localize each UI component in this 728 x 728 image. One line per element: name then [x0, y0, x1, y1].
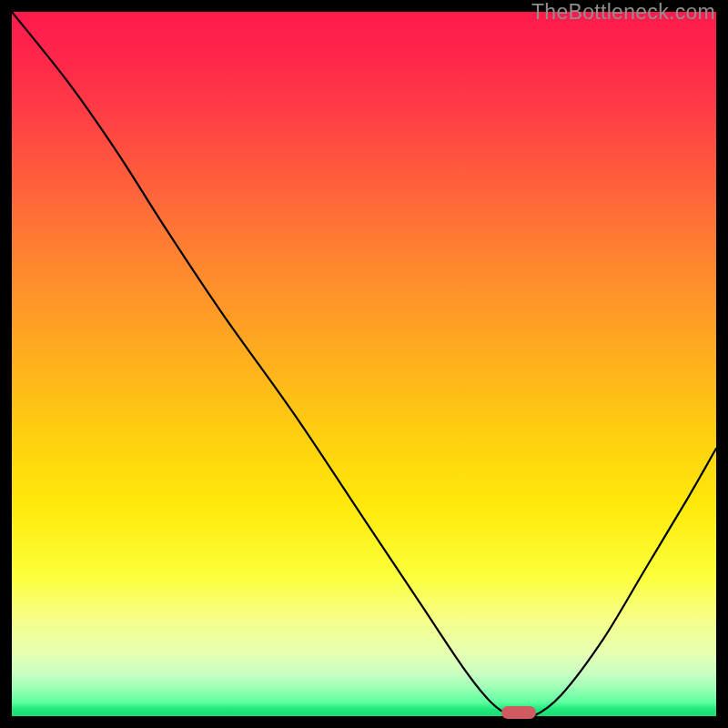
- optimum-marker: [501, 706, 536, 719]
- chart-root: TheBottleneck.com: [0, 0, 728, 728]
- curve-layer: [12, 12, 716, 716]
- watermark-text: TheBottleneck.com: [531, 0, 715, 25]
